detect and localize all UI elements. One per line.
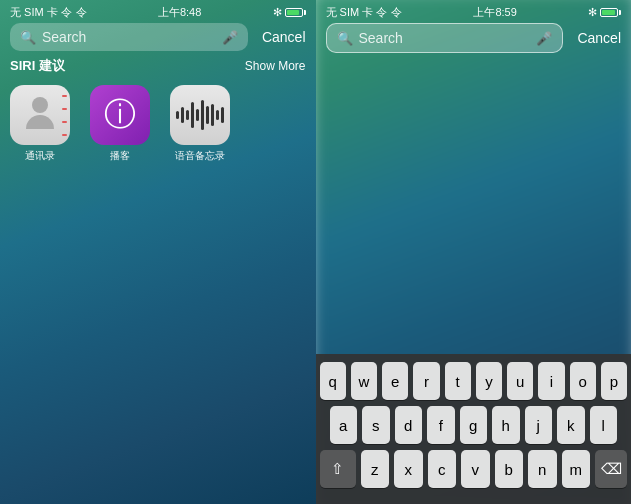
key-z[interactable]: z bbox=[361, 450, 390, 488]
key-t[interactable]: t bbox=[445, 362, 471, 400]
left-search-placeholder: Search bbox=[42, 29, 216, 45]
right-bluetooth-icon: ✻ bbox=[588, 6, 597, 19]
podcast-symbol: ⓘ bbox=[104, 93, 136, 137]
contacts-app-label: 通讯录 bbox=[25, 149, 55, 163]
right-status-right: ✻ bbox=[588, 6, 621, 19]
right-search-placeholder: Search bbox=[359, 30, 531, 46]
right-mic-icon[interactable]: 🎤 bbox=[536, 31, 552, 46]
key-r[interactable]: r bbox=[413, 362, 439, 400]
key-x[interactable]: x bbox=[394, 450, 423, 488]
key-n[interactable]: n bbox=[528, 450, 557, 488]
left-status-bar: 无 SIM 卡 令 令 上午8:48 ✻ bbox=[0, 0, 316, 23]
key-s[interactable]: s bbox=[362, 406, 390, 444]
siri-header: SIRI 建议 Show More bbox=[10, 57, 306, 75]
key-w[interactable]: w bbox=[351, 362, 377, 400]
right-wifi-icon: 令 bbox=[391, 5, 402, 20]
key-q[interactable]: q bbox=[320, 362, 346, 400]
app-grid: 通讯录 ⓘ 播客 bbox=[10, 85, 306, 163]
right-carrier-text: 无 SIM 卡 令 bbox=[326, 5, 388, 20]
waveform bbox=[176, 100, 224, 130]
keyboard: q w e r t y u i o p a s d f g h j k bbox=[316, 354, 632, 504]
voicememo-app-label: 语音备忘录 bbox=[175, 149, 225, 163]
wifi-icon: 令 bbox=[76, 5, 87, 20]
key-b[interactable]: b bbox=[495, 450, 524, 488]
contacts-app-icon bbox=[10, 85, 70, 145]
left-carrier: 无 SIM 卡 令 令 bbox=[10, 5, 87, 20]
right-time: 上午8:59 bbox=[473, 5, 516, 20]
key-delete[interactable]: ⌫ bbox=[595, 450, 627, 488]
siri-title: SIRI 建议 bbox=[10, 57, 65, 75]
right-search-icon: 🔍 bbox=[337, 31, 353, 46]
left-cancel-button[interactable]: Cancel bbox=[254, 29, 306, 45]
key-a[interactable]: a bbox=[330, 406, 358, 444]
podcasts-app-icon: ⓘ bbox=[90, 85, 150, 145]
key-y[interactable]: y bbox=[476, 362, 502, 400]
key-u[interactable]: u bbox=[507, 362, 533, 400]
left-search-container: 🔍 Search 🎤 Cancel bbox=[0, 23, 316, 51]
key-g[interactable]: g bbox=[460, 406, 488, 444]
voicememo-app-item[interactable]: 语音备忘录 bbox=[170, 85, 230, 163]
right-search-bar[interactable]: 🔍 Search 🎤 bbox=[326, 23, 564, 53]
carrier-text: 无 SIM 卡 令 bbox=[10, 5, 72, 20]
key-l[interactable]: l bbox=[590, 406, 618, 444]
mic-icon[interactable]: 🎤 bbox=[222, 30, 238, 45]
podcasts-app-label: 播客 bbox=[110, 149, 130, 163]
keyboard-bg: q w e r t y u i o p a s d f g h j k bbox=[316, 354, 632, 504]
right-status-bar: 无 SIM 卡 令 令 上午8:59 ✻ bbox=[316, 0, 632, 23]
siri-suggestions: SIRI 建议 Show More bbox=[0, 57, 316, 163]
key-v[interactable]: v bbox=[461, 450, 490, 488]
key-i[interactable]: i bbox=[538, 362, 564, 400]
left-screen: 无 SIM 卡 令 令 上午8:48 ✻ 🔍 Search 🎤 Cancel S… bbox=[0, 0, 316, 504]
key-f[interactable]: f bbox=[427, 406, 455, 444]
key-o[interactable]: o bbox=[570, 362, 596, 400]
key-shift[interactable]: ⇧ bbox=[320, 450, 356, 488]
key-c[interactable]: c bbox=[428, 450, 457, 488]
show-more-button[interactable]: Show More bbox=[245, 59, 306, 73]
left-search-bar[interactable]: 🔍 Search 🎤 bbox=[10, 23, 248, 51]
battery-icon bbox=[285, 8, 306, 17]
right-cancel-button[interactable]: Cancel bbox=[569, 30, 621, 46]
right-screen: 无 SIM 卡 令 令 上午8:59 ✻ 🔍 Search 🎤 Cancel bbox=[316, 0, 632, 504]
search-icon: 🔍 bbox=[20, 30, 36, 45]
keyboard-row-2: a s d f g h j k l bbox=[320, 406, 628, 444]
bluetooth-icon: ✻ bbox=[273, 6, 282, 19]
key-k[interactable]: k bbox=[557, 406, 585, 444]
key-p[interactable]: p bbox=[601, 362, 627, 400]
left-status-right: ✻ bbox=[273, 6, 306, 19]
right-search-container: 🔍 Search 🎤 Cancel bbox=[316, 23, 632, 53]
key-e[interactable]: e bbox=[382, 362, 408, 400]
right-carrier: 无 SIM 卡 令 令 bbox=[326, 5, 403, 20]
podcasts-app-item[interactable]: ⓘ 播客 bbox=[90, 85, 150, 163]
keyboard-row-3: ⇧ z x c v b n m ⌫ bbox=[320, 450, 628, 488]
key-d[interactable]: d bbox=[395, 406, 423, 444]
right-battery-icon bbox=[600, 8, 621, 17]
key-j[interactable]: j bbox=[525, 406, 553, 444]
key-h[interactable]: h bbox=[492, 406, 520, 444]
left-time: 上午8:48 bbox=[158, 5, 201, 20]
keyboard-row-1: q w e r t y u i o p bbox=[320, 362, 628, 400]
contacts-app-item[interactable]: 通讯录 bbox=[10, 85, 70, 163]
voicememo-app-icon bbox=[170, 85, 230, 145]
key-m[interactable]: m bbox=[562, 450, 591, 488]
